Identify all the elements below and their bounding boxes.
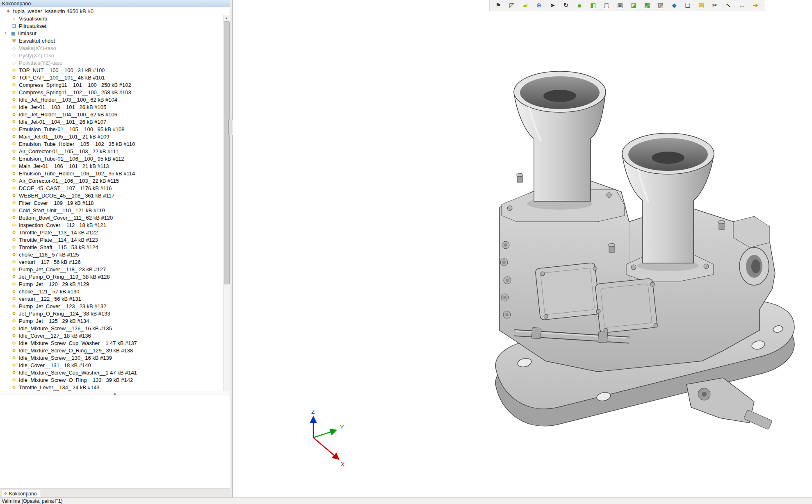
tree-item[interactable]: ⚙choke__121_ 57 kB #130 (0, 288, 224, 295)
tab-kokoonpano[interactable]: ❖ Kokoonpano (2, 490, 41, 497)
tree-item[interactable]: ❏Piirustukset (0, 22, 224, 30)
tree-item-label: Pump_Jet__125_ 29 kB #134 (19, 318, 89, 324)
tree-item[interactable]: ⚙Main_Jet-01__105__101_ 21 kB #109 (0, 133, 224, 140)
tree-item[interactable]: ⚙Idle_Mixture_Screw__130_ 16 kB #139 (0, 354, 224, 361)
part-icon: ⚙ (11, 258, 17, 266)
pick-point-icon[interactable]: ⊕ (534, 0, 544, 10)
tree-item[interactable]: ⚙Throttle_Shaft__115_ 53 kB #124 (0, 243, 224, 251)
tree-item-label: Idle_Cover__131_ 18 kB #140 (19, 362, 91, 368)
tree-item[interactable]: ⚙TOP_NUT__100__100_ 31 kB #100 (0, 66, 224, 74)
tree-item[interactable]: ◇Poikittais(YZ)-taso (0, 59, 224, 66)
part-icon: ⚙ (11, 266, 17, 273)
measure-icon[interactable]: ▰ (520, 0, 531, 10)
tree-item[interactable]: ⚙Pump_Jet__125_ 29 kB #134 (0, 317, 224, 325)
tree-item[interactable]: ⚙Jet_Pump_O_Ring__119_ 38 kB #128 (0, 273, 224, 280)
tree-item[interactable]: ⚙Air_Corrector-01__105__103_ 22 kB #111 (0, 148, 224, 155)
tree-item[interactable]: ⚙choke__116_ 57 kB #125 (0, 251, 224, 258)
tree-item[interactable]: ⚙Pump_Jet_Cover__123_ 23 kB #132 (0, 302, 224, 310)
tree-item[interactable]: ⚙Idle_Mixture_Screw_Cup_Washer__1 47 kB … (0, 339, 224, 347)
tree-item[interactable]: ⚙Jet_Pump_O_Ring__124_ 38 kB #133 (0, 310, 224, 317)
throttle-lever[interactable] (687, 378, 772, 430)
tree-item[interactable]: ⚙Idle_Cover__127_ 18 kB #136 (0, 332, 224, 339)
box-solid-icon[interactable]: ◧ (588, 0, 598, 10)
tree-item[interactable]: ⚙TOP_CAP__100__101_ 48 kB #101 (0, 74, 224, 81)
part-icon: ⚙ (11, 207, 17, 214)
tree-item[interactable]: ⚙Throttle_Plate__113_ 14 kB #122 (0, 229, 224, 236)
shade-face-icon[interactable]: ■ (574, 0, 585, 10)
scroll-up-icon[interactable]: ▴ (224, 15, 229, 21)
tree-item[interactable]: ⚙Pump_Jet_Cover__118_ 23 kB #127 (0, 266, 224, 273)
tree-item[interactable]: ⚙Cold_Start_Unit__110_ 121 kB #119 (0, 207, 224, 214)
tree-item[interactable]: ›▦Ilmiasut (0, 30, 224, 37)
tree-item[interactable]: ⚙Idle_Jet-01__104__101_ 26 kB #107 (0, 118, 224, 125)
tree-item[interactable]: ⚙Idle_Mixture_Screw_O_Ring__129_ 39 kB #… (0, 347, 224, 354)
tree-item[interactable]: ⚙Throttle_Plate__114_ 14 kB #123 (0, 236, 224, 243)
select-frame-icon[interactable]: ◸ (506, 0, 517, 10)
tree-item[interactable]: ⚙Compress_Spring11__102__100_ 258 kB #10… (0, 89, 224, 96)
tree-scrollbar[interactable]: ▴ ▾ (223, 15, 230, 391)
tree-item[interactable]: ⚙Emulsion_Tube-01__105__100_ 95 kB #108 (0, 125, 224, 133)
tree-item-label: Bottom_Bowl_Cover__111_ 62 kB #120 (19, 215, 113, 221)
tree-root-item[interactable]: ❖tupla_weber_kaasutin 4650 kB #0 (0, 7, 224, 15)
side-boss[interactable] (739, 247, 769, 285)
tree-item[interactable]: ⚙Idle_Mixture_Screw_O_Ring__133_ 39 kB #… (0, 376, 224, 384)
tree-item[interactable]: ⚙Main_Jet-01__106__101_ 21 kB #113 (0, 162, 224, 170)
tree-item[interactable]: ◇Vaaka(XY)-taso (0, 44, 224, 52)
tree-item[interactable]: ⚙Idle_Mixture_Screw__126_ 16 kB #135 (0, 325, 224, 332)
tree-item[interactable]: ⚙Bottom_Bowl_Cover__111_ 62 kB #120 (0, 214, 224, 221)
expand-chevron-icon[interactable]: › (5, 30, 10, 37)
tree-item-label: Throttle_Lever__134_ 24 kB #143 (19, 384, 100, 390)
context-cursor-icon[interactable]: ↖ (723, 0, 734, 10)
tree-item[interactable]: ⚙Idle_Mixture_Screw_Cup_Washer__1 47 kB … (0, 369, 224, 376)
tree-item[interactable]: ⚙DCOE_45_CAST__107_ 1176 kB #116 (0, 184, 224, 192)
tree-item-label: DCOE_45_CAST__107_ 1176 kB #116 (19, 185, 112, 191)
import-model-icon[interactable]: ◆ (669, 0, 680, 10)
drawing-sheet-icon[interactable]: ❑ (682, 0, 693, 10)
tree-item[interactable]: ⚙Emulsion_Tube-01__106__100_ 95 kB #112 (0, 155, 224, 162)
pin-icon[interactable]: ⚑ (493, 0, 504, 10)
3d-model-canvas[interactable]: Z Y X (233, 0, 812, 497)
tree-item-label: Esivalitut ehdot (19, 38, 55, 44)
tree-item[interactable]: ⚒Esivalitut ehdot (0, 37, 224, 44)
cad-application-window: Kokoonpano ❖tupla_weber_kaasutin 4650 kB… (0, 0, 812, 504)
export-icon[interactable]: ➔ (750, 0, 761, 10)
tree-item[interactable]: ⚙Emulsion_Tube_Holder__105__102_ 35 kB #… (0, 140, 224, 148)
box-wireframe-icon[interactable]: ▢ (601, 0, 612, 10)
tree-item[interactable]: ⚙WEBER_DCOE_45__108_ 361 kB #117 (0, 192, 224, 199)
tree-item-label: Piirustukset (19, 23, 46, 29)
tree-item[interactable]: ⚙Idle_Jet_Holder__103__100_ 62 kB #104 (0, 96, 224, 103)
cursor-icon[interactable]: ➤ (547, 0, 558, 10)
tree-item[interactable]: ☼Visualisointi (0, 15, 224, 22)
tree-item[interactable]: ⚙Throttle_Lever__134_ 24 kB #143 (0, 384, 224, 391)
tree-item[interactable]: ⚙Pump_Jet__120_ 29 kB #129 (0, 280, 224, 288)
tree-item-label: Compress_Spring11__102__100_ 258 kB #103 (19, 89, 131, 95)
tree-item-label: Idle_Jet-01__103__101_ 26 kB #105 (19, 104, 106, 110)
3d-viewport[interactable]: Z Y X (233, 0, 812, 497)
section-hatch-icon[interactable]: ▨ (655, 0, 666, 10)
part-icon: ⚙ (11, 148, 17, 155)
tree-item[interactable]: ⚙Air_Corrector-01__106__103_ 22 kB #115 (0, 177, 224, 184)
move-axes-icon[interactable]: ↔ (737, 0, 747, 10)
tree-item-label: Idle_Mixture_Screw__126_ 16 kB #135 (19, 325, 112, 331)
box-hidden-line-icon[interactable]: ▣ (615, 0, 625, 10)
tree-item[interactable]: ⚙venturi__122_ 56 kB #131 (0, 295, 224, 302)
box-half-shade-icon[interactable]: ◪ (628, 0, 639, 10)
tree-item[interactable]: ⚙Inspection_Cover__112_ 18 kB #121 (0, 221, 224, 229)
part-icon: ⚙ (11, 140, 17, 148)
assembly-tree[interactable]: ❖tupla_weber_kaasutin 4650 kB #0☼Visuali… (0, 7, 230, 391)
panel-header[interactable]: Kokoonpano (0, 0, 230, 8)
tree-item[interactable]: ◇Pysty(XZ)-taso (0, 52, 224, 59)
tree-item[interactable]: ⚙Idle_Cover__131_ 18 kB #140 (0, 361, 224, 369)
tree-item[interactable]: ⚙Filter_Cover__109_ 19 kB #118 (0, 199, 224, 207)
layers-icon[interactable]: ▤ (696, 0, 707, 10)
cut-icon[interactable]: ✂ (709, 0, 720, 10)
rotate-view-icon[interactable]: ↻ (561, 0, 571, 10)
tree-item[interactable]: ⚙venturi__117_ 56 kB #126 (0, 258, 224, 266)
tree-item[interactable]: ⚙Idle_Jet-01__103__101_ 26 kB #105 (0, 103, 224, 111)
scrollbar-thumb[interactable] (224, 21, 230, 284)
box-render-icon[interactable]: ▩ (642, 0, 652, 10)
panel-splitter[interactable] (230, 0, 233, 497)
tree-item[interactable]: ⚙Idle_Jet_Holder__104__100_ 62 kB #106 (0, 111, 224, 118)
tree-item[interactable]: ⚙Compress_Spring11__101__100_ 258 kB #10… (0, 81, 224, 89)
tree-item[interactable]: ⚙Emulsion_Tube_Holder__106__102_ 35 kB #… (0, 170, 224, 177)
